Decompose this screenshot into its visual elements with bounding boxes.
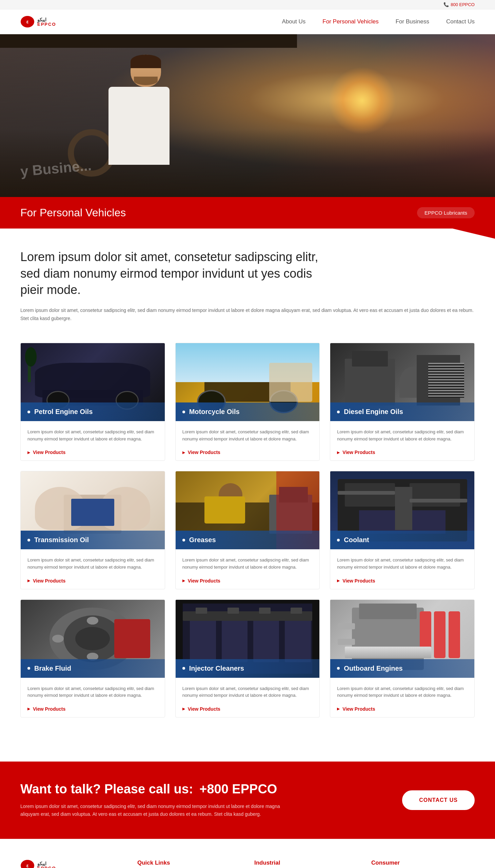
view-products-brake[interactable]: View Products: [28, 706, 65, 712]
intro-heading: Lorem ipsum dolor sit amet, consetetur s…: [20, 249, 325, 299]
view-products-greases[interactable]: View Products: [183, 578, 220, 583]
card-desc-injector: Lorem ipsum dolor sit amet, consetetur s…: [183, 685, 313, 699]
nav-personal-vehicles[interactable]: For Personal Vehicles: [322, 18, 378, 25]
view-products-petrol[interactable]: View Products: [28, 449, 65, 455]
logo-english: EPPCO: [37, 22, 56, 27]
products-grid-row3: Brake Fluid Lorem ipsum dolor sit amet, …: [20, 599, 475, 717]
page-banner: For Personal Vehicles EPPCO Lubricants: [0, 197, 495, 228]
card-label-petrol: Petrol Engine Oils: [21, 403, 165, 421]
card-desc-transmission: Lorem ipsum dolor sit amet, consetetur s…: [28, 557, 158, 571]
nav-business[interactable]: For Business: [396, 18, 429, 25]
product-card-injector: Injector Cleaners Lorem ipsum dolor sit …: [175, 599, 320, 717]
footer-logo-english: EPPCO: [37, 866, 56, 868]
main-nav: About Us For Personal Vehicles For Busin…: [282, 18, 475, 25]
card-desc-outboard: Lorem ipsum dolor sit amet, consetetur s…: [337, 685, 467, 699]
card-label-motorcycle: Motorcycle Oils: [176, 403, 320, 421]
top-bar: 📞 800 EPPCO: [0, 0, 495, 10]
card-desc-coolant: Lorem ipsum dolor sit amet, consetetur s…: [337, 557, 467, 571]
cta-section: Want to talk? Please call us: +800 EPPCO…: [0, 762, 495, 839]
footer-quicklinks: Quick Links About Us News Contact Us: [137, 860, 241, 868]
card-image-petrol: Petrol Engine Oils: [21, 343, 165, 421]
card-label-transmission: Transmission Oil: [21, 531, 165, 549]
product-card-diesel: Diesel Engine Oils Lorem ipsum dolor sit…: [330, 343, 475, 461]
footer-consumer-title: Consumer: [371, 860, 475, 866]
hero-section: y Busine...: [0, 34, 495, 197]
card-image-outboard: Outboard Engines: [330, 600, 474, 678]
card-image-injector: Injector Cleaners: [176, 600, 320, 678]
main-content: Lorem ipsum dolor sit amet, consetetur s…: [0, 228, 495, 741]
card-desc-brake: Lorem ipsum dolor sit amet, consetetur s…: [28, 685, 158, 699]
footer-industrial: Industrial Products Contact Us Lorem Ips…: [254, 860, 358, 868]
card-desc-greases: Lorem ipsum dolor sit amet, consetetur s…: [183, 557, 313, 571]
site-footer: ε ايبكو EPPCO Quick Links About Us News …: [0, 839, 495, 868]
view-products-transmission[interactable]: View Products: [28, 578, 65, 583]
card-label-brake: Brake Fluid: [21, 659, 165, 678]
card-label-diesel: Diesel Engine Oils: [330, 403, 474, 421]
card-image-brake: Brake Fluid: [21, 600, 165, 678]
card-desc-diesel: Lorem ipsum dolor sit amet, consetetur s…: [337, 429, 467, 443]
footer-consumer: Consumer Products Cars Motorcycle Where …: [371, 860, 475, 868]
phone-number[interactable]: 📞 800 EPPCO: [443, 2, 475, 7]
nav-about[interactable]: About Us: [282, 18, 306, 25]
nav-contact[interactable]: Contact Us: [446, 18, 475, 25]
footer-logo-arabic: ايبكو: [37, 861, 56, 866]
logo: ε ايبكو EPPCO: [20, 16, 56, 28]
footer-logo-col: ε ايبكو EPPCO: [20, 860, 124, 868]
card-label-greases: Greases: [176, 531, 320, 549]
cta-text: Lorem ipsum dolor sit amet, consetetur s…: [20, 803, 285, 819]
product-card-brake: Brake Fluid Lorem ipsum dolor sit amet, …: [20, 599, 165, 717]
view-products-injector[interactable]: View Products: [183, 706, 220, 712]
svg-text:ε: ε: [27, 19, 29, 24]
cta-heading: Want to talk? Please call us: +800 EPPCO: [20, 782, 285, 797]
footer-industrial-title: Industrial: [254, 860, 358, 866]
products-grid-row1: Petrol Engine Oils Lorem ipsum dolor sit…: [20, 343, 475, 461]
site-header: ε ايبكو EPPCO About Us For Personal Vehi…: [0, 10, 495, 34]
product-card-greases: Greases Lorem ipsum dolor sit amet, cons…: [175, 471, 320, 589]
card-label-injector: Injector Cleaners: [176, 659, 320, 678]
card-image-coolant: Coolant: [330, 471, 474, 549]
page-title: For Personal Vehicles: [20, 206, 126, 219]
card-image-greases: Greases: [176, 471, 320, 549]
footer-quicklinks-title: Quick Links: [137, 860, 241, 866]
card-image-transmission: Transmission Oil: [21, 471, 165, 549]
product-card-coolant: Coolant Lorem ipsum dolor sit amet, cons…: [330, 471, 475, 589]
view-products-diesel[interactable]: View Products: [337, 449, 375, 455]
phone-icon: 📞: [443, 2, 449, 7]
card-desc-motorcycle: Lorem ipsum dolor sit amet, consetetur s…: [183, 429, 313, 443]
product-card-outboard: Outboard Engines Lorem ipsum dolor sit a…: [330, 599, 475, 717]
cta-phone: +800 EPPCO: [199, 782, 277, 796]
view-products-coolant[interactable]: View Products: [337, 578, 375, 583]
products-grid-row2: Transmission Oil Lorem ipsum dolor sit a…: [20, 471, 475, 589]
product-card-motorcycle: Motorcycle Oils Lorem ipsum dolor sit am…: [175, 343, 320, 461]
svg-text:ε: ε: [27, 863, 29, 868]
view-products-motorcycle[interactable]: View Products: [183, 449, 220, 455]
product-card-petrol: Petrol Engine Oils Lorem ipsum dolor sit…: [20, 343, 165, 461]
product-card-transmission: Transmission Oil Lorem ipsum dolor sit a…: [20, 471, 165, 589]
contact-us-button[interactable]: CONTACT US: [402, 790, 475, 810]
card-label-coolant: Coolant: [330, 531, 474, 549]
card-image-motorcycle: Motorcycle Oils: [176, 343, 320, 421]
intro-text: Lorem ipsum dolor sit amet, consetetur s…: [20, 307, 475, 323]
view-products-outboard[interactable]: View Products: [337, 706, 375, 712]
logo-mark: ε: [20, 16, 35, 28]
card-image-diesel: Diesel Engine Oils: [330, 343, 474, 421]
breadcrumb: EPPCO Lubricants: [417, 207, 475, 218]
logo-arabic: ايبكو: [37, 17, 56, 22]
card-desc-petrol: Lorem ipsum dolor sit amet, consetetur s…: [28, 429, 158, 443]
card-label-outboard: Outboard Engines: [330, 659, 474, 678]
footer-logo: ε ايبكو EPPCO: [20, 860, 124, 868]
